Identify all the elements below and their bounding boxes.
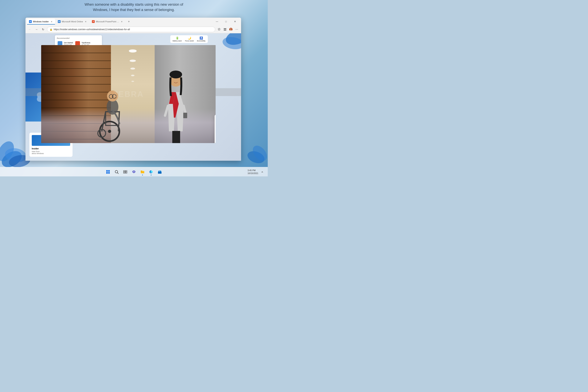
- taskbar-right-area: 3:45 PM 10/15/2021: [248, 169, 264, 175]
- person-wheelchair: [90, 72, 129, 143]
- toolbar-actions: ⋯: [216, 27, 240, 32]
- collections-icon[interactable]: [222, 27, 228, 32]
- new-tab-button[interactable]: +: [126, 19, 132, 24]
- panel-item-magnifier[interactable]: Magnifier: [214, 123, 216, 130]
- svg-rect-59: [106, 170, 108, 172]
- menu-icon[interactable]: ⋯: [234, 27, 240, 32]
- tab-close-1[interactable]: ✕: [50, 20, 53, 23]
- start-icon: [106, 170, 110, 174]
- taskbar-store[interactable]: [156, 168, 164, 176]
- desktop-background: When someone with a disability starts us…: [0, 0, 268, 176]
- quick-settings: 🔋 Battery saver 🌙 Focus assist ♿ Accessi…: [170, 35, 208, 43]
- tab-close-3[interactable]: ✕: [120, 20, 123, 23]
- close-button[interactable]: ✕: [230, 18, 240, 25]
- rec-title-1: Get Started: [64, 42, 73, 44]
- recommended-label: Recommended: [57, 37, 100, 39]
- taskbar-chat[interactable]: [130, 168, 138, 176]
- tab-favicon-1: W: [29, 20, 32, 23]
- tab-label-3: Microsoft PowerPoint Online: [96, 20, 119, 23]
- svg-rect-73: [158, 172, 162, 174]
- svg-point-45: [170, 70, 182, 78]
- taskbar-explorer[interactable]: [138, 168, 146, 176]
- taskview-icon: [123, 170, 128, 174]
- battery-saver-btn[interactable]: 🔋 Battery saver: [173, 36, 182, 42]
- address-bar[interactable]: 🔒 https://insider.windows.com/en-us/insi…: [47, 27, 215, 32]
- card-body: about Windows: [32, 152, 70, 154]
- taskbar-edge[interactable]: [147, 168, 155, 176]
- browser-titlebar: W Windows Insider ✕ W Microsoft Word Onl…: [26, 18, 241, 26]
- tab-favicon-3: P: [92, 20, 95, 23]
- tab-close-2[interactable]: ✕: [84, 20, 87, 23]
- svg-point-72: [134, 171, 135, 172]
- svg-rect-65: [124, 170, 125, 172]
- accessibility-label: Accessibility: [197, 40, 206, 42]
- focus-assist-btn[interactable]: 🌙 Focus assist: [185, 36, 194, 42]
- rec-text-1: Get Started Pinned app: [64, 42, 73, 46]
- search-icon: [114, 170, 119, 174]
- store-icon: [158, 170, 162, 174]
- desktop-quote: When someone with a disability starts us…: [75, 2, 193, 12]
- svg-rect-62: [108, 172, 110, 174]
- notification-area-expand[interactable]: [260, 170, 264, 174]
- forward-button[interactable]: →: [34, 27, 39, 32]
- svg-point-32: [131, 75, 134, 76]
- explorer-icon: [140, 170, 145, 174]
- video-scene: ZEBRA: [41, 45, 216, 143]
- svg-rect-46: [183, 113, 187, 118]
- svg-rect-8: [224, 30, 225, 30]
- rec-text-2: Tips/Extras 12 min ago: [82, 42, 90, 46]
- svg-point-71: [134, 171, 134, 172]
- back-button[interactable]: ←: [27, 27, 32, 32]
- taskbar-clock[interactable]: 3:45 PM 10/15/2021: [248, 169, 258, 175]
- svg-rect-60: [108, 170, 110, 172]
- video-player: ZEBRA ✕ ← Accessibility: [41, 45, 216, 143]
- explorer-indicator: [142, 175, 143, 176]
- taskbar-taskview[interactable]: [121, 168, 129, 176]
- window-controls: — □ ✕: [212, 18, 240, 25]
- svg-rect-7: [225, 28, 226, 29]
- tab-label-1: Windows Insider: [33, 20, 49, 23]
- lock-icon: 🔒: [50, 28, 52, 31]
- tab-label-2: Microsoft Word Online: [62, 20, 83, 23]
- clock-time: 3:45 PM: [248, 169, 258, 172]
- svg-point-29: [129, 50, 136, 52]
- chat-icon: [132, 170, 136, 174]
- tab-windows-insider[interactable]: W Windows Insider ✕: [27, 18, 55, 24]
- svg-rect-43: [176, 131, 180, 143]
- browser-window: W Windows Insider ✕ W Microsoft Word Onl…: [26, 18, 241, 161]
- svg-point-12: [230, 30, 232, 31]
- browser-toolbar: ← → ↻ 🔒 https://insider.windows.com/en-u…: [26, 26, 241, 33]
- browser-content: Recommended Get Started Pinned app: [26, 33, 241, 161]
- taskbar-search[interactable]: [113, 168, 120, 176]
- tab-powerpoint-online[interactable]: P Microsoft PowerPoint Online ✕: [90, 18, 125, 24]
- tab-indicator: [27, 24, 55, 24]
- svg-point-70: [133, 171, 134, 172]
- accessibility-btn[interactable]: ♿ Accessibility: [197, 36, 206, 42]
- chevron-up-icon: [261, 171, 263, 173]
- tab-favicon-2: W: [58, 20, 60, 23]
- card-subtitle: Hear from: [32, 150, 70, 152]
- focus-label: Focus assist: [185, 40, 194, 42]
- rec-title-2: Tips/Extras: [82, 42, 90, 44]
- refresh-button[interactable]: ↻: [40, 27, 46, 32]
- person-standing: [162, 57, 190, 143]
- svg-point-33: [131, 81, 134, 82]
- panel-header[interactable]: ← Accessibility: [214, 115, 216, 123]
- favorites-icon[interactable]: [216, 27, 222, 32]
- svg-point-30: [130, 60, 136, 62]
- taskbar-start[interactable]: [104, 168, 112, 176]
- maximize-button[interactable]: □: [222, 18, 230, 25]
- tab-word-online[interactable]: W Microsoft Word Online ✕: [56, 18, 90, 24]
- battery-icon: 🔋: [176, 36, 179, 40]
- taskbar: 3:45 PM 10/15/2021: [0, 167, 268, 176]
- battery-label: Battery saver: [173, 40, 182, 42]
- svg-rect-66: [126, 170, 127, 172]
- profile-icon[interactable]: [228, 27, 234, 32]
- panel-item-narrator[interactable]: Narrator: [214, 138, 216, 143]
- panel-item-color-filters[interactable]: Color filters: [214, 130, 216, 138]
- focus-icon: 🌙: [188, 36, 191, 40]
- svg-rect-67: [124, 172, 125, 173]
- svg-rect-61: [106, 172, 108, 174]
- svg-point-11: [230, 28, 232, 30]
- minimize-button[interactable]: —: [212, 18, 222, 25]
